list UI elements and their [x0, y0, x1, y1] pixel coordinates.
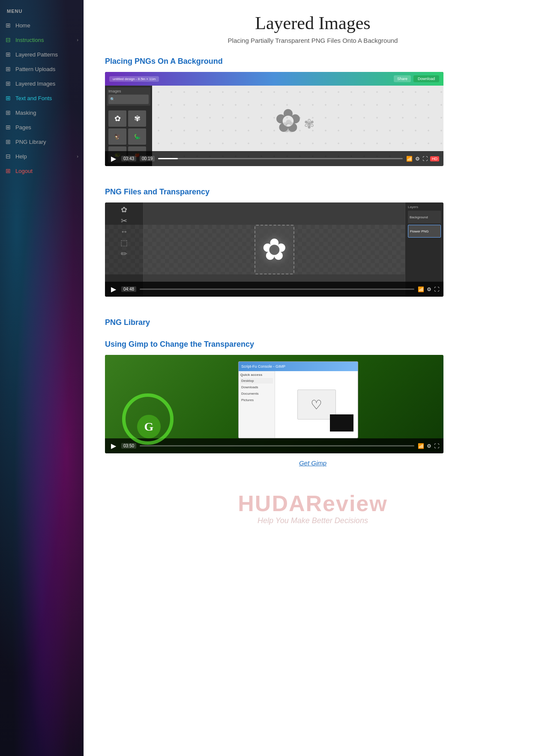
sidebar-nav: ⊞ Home ⊟ Instructions › ⊞ Layered Patter… [0, 18, 84, 178]
sidebar-item-label: Layered Images [15, 80, 55, 87]
settings-icon-2[interactable]: ⚙ [427, 286, 431, 292]
section-placing-pngs: Placing PNGs On A Background untitled de… [105, 57, 521, 166]
settings-icon[interactable]: ⚙ [415, 156, 420, 162]
progress-bar-3[interactable] [140, 445, 414, 446]
video-time-1: 03:43 [121, 156, 136, 161]
quality-badge-1: HD [430, 156, 439, 161]
menu-label: MENU [0, 5, 84, 18]
chevron-right-icon: › [77, 37, 78, 42]
settings-icon-3[interactable]: ⚙ [427, 443, 431, 449]
instructions-icon: ⊟ [4, 36, 12, 44]
gimp-logo: G [137, 415, 161, 438]
video-controls-2: ▶ 04:48 📶 ⚙ ⛶ [105, 282, 443, 297]
sidebar-item-label: Pages [15, 124, 31, 131]
progress-bar-1[interactable] [158, 158, 403, 159]
play-button-1[interactable]: ▶ [109, 155, 118, 163]
window-title: Script-Fu Console - GIMP [241, 364, 285, 369]
layered-images-icon: ⊞ [4, 80, 12, 87]
logout-icon: ⊞ [4, 167, 12, 175]
sidebar-item-label: Text and Fonts [15, 95, 52, 101]
sidebar-item-logout[interactable]: ⊞ Logout [0, 164, 84, 178]
video-gimp-transparency[interactable]: G Script-Fu Console - GIMP Quick access … [105, 355, 443, 453]
share-btn[interactable]: Share [394, 75, 411, 82]
canva-topbar: untitled design - 8.5in × 11in Share Dow… [105, 72, 443, 86]
sidebar-item-layered-patterns[interactable]: ⊞ Layered Patterns [0, 47, 84, 62]
huda-watermark: HUDAReview Help You Make Better Decision… [105, 488, 521, 530]
section-heading-placing-pngs: Placing PNGs On A Background [105, 57, 521, 66]
section-gimp-transparency: Using Gimp to Change the Transparency G … [105, 340, 521, 467]
video-placing-pngs[interactable]: untitled design - 8.5in × 11in Share Dow… [105, 72, 443, 166]
sidebar-item-label: PNG Library [15, 139, 46, 145]
signal-icon-3: 📶 [418, 443, 424, 449]
canva-tab-title: untitled design - 8.5in × 11in [109, 76, 159, 82]
huda-brand-text: HUDAReview [105, 492, 521, 515]
sidebar-item-text-fonts[interactable]: ⊞ Text and Fonts [0, 91, 84, 105]
thumbnail-1: ✿ [108, 110, 126, 127]
window-titlebar: Script-Fu Console - GIMP [239, 362, 358, 371]
download-btn[interactable]: Download [413, 75, 439, 82]
flower-small-2: ✾ [304, 116, 314, 135]
thumbnail-2: ✾ [128, 110, 146, 127]
sidebar-item-pages[interactable]: ⊞ Pages [0, 120, 84, 134]
layered-patterns-icon: ⊞ [4, 51, 12, 58]
masking-icon: ⊞ [4, 109, 12, 116]
section-png-library: PNG Library [105, 318, 521, 327]
huda-tagline-text: Help You Make Better Decisions [105, 516, 521, 525]
sidebar-item-label: Masking [15, 110, 36, 116]
play-button-3[interactable]: ▶ [109, 442, 118, 450]
get-gimp-link[interactable]: Get Gimp [105, 459, 521, 467]
sidebar-item-label: Logout [15, 168, 33, 174]
window-content: Quick access Desktop Downloads Documents… [239, 371, 358, 438]
control-icons-1: 📶 ⚙ ⛶ HD [406, 156, 439, 162]
sidebar-item-layered-images[interactable]: ⊞ Layered Images [0, 76, 84, 91]
sidebar-item-pattern-uploads[interactable]: ⊞ Pattern Uploads [0, 62, 84, 76]
fullscreen-icon-2[interactable]: ⛶ [434, 286, 439, 292]
png-library-icon: ⊞ [4, 138, 12, 146]
section-heading-png-transparency: PNG Files and Transparency [105, 188, 521, 196]
sidebar: MENU ⊞ Home ⊟ Instructions › ⊞ Layered P… [0, 0, 84, 756]
sidebar-item-label: Layered Patterns [15, 51, 58, 58]
gimp-canvas-area: ✿ [105, 225, 443, 274]
sidebar-item-label: Pattern Uploads [15, 66, 55, 72]
file-preview-area: ♡ [275, 371, 358, 438]
signal-icon-2: 📶 [418, 286, 424, 292]
thumbnail-3: 🦅 [108, 128, 126, 145]
sidebar-item-home[interactable]: ⊞ Home [0, 18, 84, 33]
section-heading-png-library: PNG Library [105, 318, 521, 327]
overlay-window: Script-Fu Console - GIMP Quick access De… [238, 361, 358, 438]
flower-large: ✿ [275, 102, 302, 140]
play-button-2[interactable]: ▶ [109, 285, 118, 294]
home-icon: ⊞ [4, 21, 12, 29]
sidebar-item-label: Instructions [15, 37, 44, 43]
sidebar-item-help[interactable]: ⊟ Help › [0, 149, 84, 164]
pattern-uploads-icon: ⊞ [4, 65, 12, 73]
black-preview-rect [330, 414, 353, 432]
video-current-1: 00:19 [140, 156, 155, 161]
control-icons-3: 📶 ⚙ ⛶ [418, 443, 439, 449]
sidebar-item-instructions[interactable]: ⊟ Instructions › [0, 33, 84, 47]
canva-actions: Share Download [394, 75, 439, 82]
sidebar-item-png-library[interactable]: ⊞ PNG Library [0, 134, 84, 149]
text-fonts-icon: ⊞ [4, 94, 12, 102]
help-icon: ⊟ [4, 152, 12, 160]
file-nav-panel: Quick access Desktop Downloads Documents… [239, 371, 275, 438]
thumbnail-4: 🦕 [128, 128, 146, 145]
center-flower: ✿ [255, 225, 294, 274]
heart-icon: ♡ [311, 397, 322, 412]
signal-icon: 📶 [406, 156, 413, 162]
chevron-right-icon: › [77, 154, 78, 159]
video-time-3: 03:50 [121, 443, 136, 449]
video-png-transparency[interactable]: ✿ ✂ ↔ ⬚ ✏ ✿ Layers Background [105, 202, 443, 297]
progress-bar-2[interactable] [140, 289, 414, 290]
progress-fill-1 [158, 158, 178, 159]
pages-icon: ⊞ [4, 123, 12, 131]
sidebar-item-label: Home [15, 22, 30, 29]
sidebar-item-label: Help [15, 153, 27, 160]
section-png-transparency: PNG Files and Transparency ✿ ✂ ↔ ⬚ ✏ ✿ [105, 188, 521, 297]
fullscreen-icon[interactable]: ⛶ [422, 156, 428, 162]
fullscreen-icon-3[interactable]: ⛶ [434, 443, 439, 449]
section-heading-gimp-transparency: Using Gimp to Change the Transparency [105, 340, 521, 349]
sidebar-item-masking[interactable]: ⊞ Masking [0, 105, 84, 120]
video-time-2: 04:48 [121, 286, 136, 292]
page-subtitle: Placing Partially Transparent PNG Files … [105, 37, 521, 44]
